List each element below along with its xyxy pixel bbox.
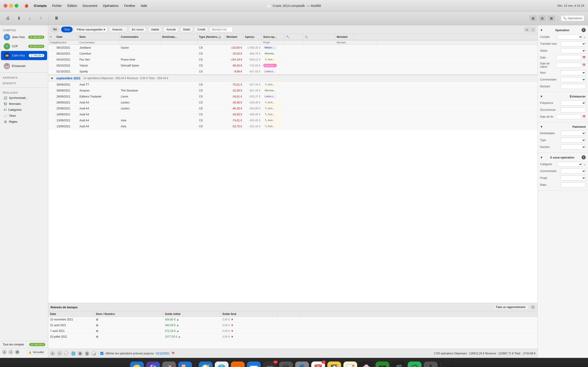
dock-contacts[interactable]: 👤 bbox=[295, 361, 309, 367]
tout-button[interactable]: Tout bbox=[61, 27, 73, 32]
montant-min-input[interactable] bbox=[210, 27, 233, 32]
frequence-select[interactable] bbox=[561, 100, 586, 106]
settings-button[interactable]: ⚙ bbox=[15, 350, 20, 355]
sidebar-item-ccp[interactable]: 💶 CCP 19 093,04 € bbox=[1, 42, 47, 51]
dock-games[interactable]: 🎮 11 bbox=[263, 361, 277, 367]
annule-button[interactable]: Annulé bbox=[163, 27, 179, 32]
add-sous-operation-button[interactable]: + bbox=[582, 155, 586, 159]
next-filter-button[interactable]: › bbox=[530, 27, 536, 32]
debit-button[interactable]: Débit bbox=[180, 27, 193, 32]
view-btn-2[interactable]: ⊟ bbox=[539, 15, 546, 21]
ratio-input[interactable] bbox=[561, 182, 586, 187]
dock-spotify[interactable]: 🎧 bbox=[408, 361, 422, 367]
transfert-select[interactable] bbox=[561, 41, 586, 46]
echeancier-section-header[interactable]: ▼ Échéancier bbox=[538, 94, 588, 100]
table-row[interactable]: 08/10/2021 Jardiland Gazon CB -130,60 € … bbox=[48, 45, 537, 51]
barcode-button[interactable]: ||| bbox=[85, 351, 90, 356]
date-calendar-icon[interactable]: 📅 bbox=[582, 56, 586, 59]
dock-photos[interactable]: 🌸 bbox=[359, 361, 373, 367]
statut-select[interactable] bbox=[561, 48, 586, 53]
table-row[interactable]: 30/09/2021 Audi TT CB -70,01 € -637,44 €… bbox=[48, 82, 537, 88]
projet-select[interactable] bbox=[561, 175, 586, 181]
dock-mail[interactable]: ✉️ bbox=[247, 361, 261, 367]
dock-games2[interactable]: 🕹 bbox=[424, 361, 438, 367]
categorie-select[interactable] bbox=[557, 162, 582, 167]
table-row[interactable]: 04/10/2021 Feu Vert Pneus hiver CB -194,… bbox=[48, 57, 537, 63]
menu-operations[interactable]: Opérations bbox=[101, 3, 121, 8]
dock-firefox[interactable]: 🦊 bbox=[231, 361, 245, 367]
dock-maps[interactable]: 🗺 bbox=[376, 361, 389, 367]
date-fin-calendar-icon[interactable]: 📅 bbox=[582, 115, 586, 118]
compte-select[interactable] bbox=[557, 34, 582, 40]
sidebar-item-titres[interactable]: 📈 Titres bbox=[1, 113, 47, 119]
fullscreen-button[interactable] bbox=[15, 4, 18, 8]
close-button[interactable] bbox=[4, 4, 7, 8]
table-row[interactable]: 03/10/2021 Yokool Dérivatif Sylvie CB -9… bbox=[48, 63, 537, 69]
paiement-section-header[interactable]: ▼ Paiement bbox=[538, 124, 588, 130]
graph-button[interactable]: 📊 bbox=[91, 351, 96, 356]
occurrences-input[interactable] bbox=[561, 107, 586, 112]
date-valeur-input[interactable] bbox=[556, 63, 581, 68]
commentaire-select[interactable] bbox=[561, 77, 586, 82]
dock-siri[interactable]: 🔮 bbox=[146, 361, 160, 367]
operation-section-header[interactable]: ▼ Opération + bbox=[538, 27, 588, 33]
dock-notes[interactable]: 📓 bbox=[327, 361, 341, 367]
menu-edition[interactable]: Édition bbox=[65, 3, 79, 8]
table-row[interactable]: 28/09/2021 Editions Tredaniel Livres CB … bbox=[48, 94, 537, 100]
montant-input[interactable] bbox=[561, 84, 586, 89]
sidebar-item-regles[interactable]: ⚙️ Règles bbox=[1, 119, 47, 125]
add-operation-button[interactable]: + bbox=[582, 28, 586, 32]
destinataire-select[interactable] bbox=[561, 131, 586, 136]
show-planned-checkbox[interactable] bbox=[100, 352, 103, 355]
advanced-button[interactable]: Avancé... bbox=[109, 27, 128, 32]
calculator-button[interactable]: 🖩 bbox=[52, 14, 61, 23]
numero-select[interactable] bbox=[561, 144, 586, 150]
sidebar-item-synchronisation[interactable]: 🔄 Synchronisati... bbox=[1, 95, 47, 101]
search-box[interactable]: 🔍 Opérations bbox=[561, 15, 584, 21]
date-valeur-calendar-icon[interactable]: 📅 bbox=[582, 64, 586, 67]
remove-account-button[interactable]: − bbox=[8, 350, 13, 355]
menu-aide[interactable]: Aide bbox=[138, 3, 149, 8]
dock-finder[interactable]: 🙂 bbox=[130, 361, 144, 367]
bank-table-row[interactable]: 31 août 2021 ⊞ 382,99 € ▲ 0,00 € ▼ bbox=[48, 323, 537, 328]
view-btn-3[interactable]: ⊠ bbox=[548, 15, 555, 21]
add-transaction-button[interactable]: + bbox=[50, 351, 55, 356]
sync-button[interactable]: ⬇ bbox=[15, 14, 23, 23]
date-fin-input[interactable] bbox=[556, 114, 581, 119]
type-select[interactable] bbox=[561, 138, 586, 143]
table-row[interactable]: 19/09/2021 Audi A4 CB -43,00 € -408,45 €… bbox=[48, 111, 537, 117]
table-row[interactable]: 28/09/2021 Audi A4 Leclerc CB -45,66 € -… bbox=[48, 100, 537, 106]
remove-transaction-button[interactable]: − bbox=[57, 351, 62, 356]
add-account-button[interactable]: + bbox=[2, 350, 7, 355]
table-row[interactable]: 30/09/2021 Amazon Thé Samahan CB -32,06 … bbox=[48, 88, 537, 94]
tri-button[interactable]: Tri bbox=[50, 27, 60, 32]
sous-commentaire-select[interactable] bbox=[561, 169, 586, 174]
export-button[interactable]: ↑ bbox=[37, 14, 45, 23]
sidebar-item-categories[interactable]: 🏷 Catégories bbox=[1, 107, 47, 113]
dock-bank[interactable]: 🏛 bbox=[279, 361, 293, 367]
dock-calendar[interactable]: 📅 12 bbox=[311, 361, 325, 367]
prev-filter-button[interactable]: ‹‹ bbox=[524, 27, 530, 32]
dock-stickies[interactable]: 📝 bbox=[343, 361, 357, 367]
sidebar-item-echeancier[interactable]: 📅 Échéancier bbox=[1, 61, 47, 71]
sidebar-item-monnaies[interactable]: 💱 Monnaies bbox=[1, 101, 47, 107]
table-row[interactable]: 13/09/2021 Audi A4 Avia CB -63,70 € -291… bbox=[48, 123, 537, 129]
dock-chrome[interactable]: 🌐 bbox=[215, 361, 229, 367]
sidebar-item-jean-yves[interactable]: JY Jean-Yves 16 348,46 € bbox=[1, 33, 47, 42]
credit-button[interactable]: Crédit bbox=[194, 27, 208, 32]
col-nom[interactable]: Nom bbox=[78, 34, 120, 40]
calendar-icon[interactable]: 📅 bbox=[171, 352, 175, 355]
bank-table-row[interactable]: 10 novembre 2021 ⊞ 454,80 € ▲ 0,00 € ▼ bbox=[48, 317, 537, 323]
lock-button[interactable]: 🔒 Verrouiller bbox=[26, 350, 46, 355]
menu-fichier[interactable]: Fichier bbox=[50, 3, 64, 8]
sous-operation-header[interactable]: ▼ 0 sous-opération + bbox=[538, 154, 588, 161]
table-row[interactable]: 01/10/2021 Spotify CB -9,99 € -647,43 € … bbox=[48, 69, 537, 75]
dock-launchpad[interactable]: 🚀 bbox=[162, 361, 176, 367]
import-button[interactable]: ↓ bbox=[26, 14, 34, 23]
menu-document[interactable]: Document bbox=[80, 3, 100, 8]
nom-select[interactable] bbox=[561, 70, 586, 75]
bank-remove-button[interactable]: − bbox=[531, 305, 535, 309]
dock-trash[interactable]: 🗑 bbox=[444, 361, 458, 367]
chart-toggle-button[interactable]: 📈 bbox=[64, 351, 69, 356]
dock-safari[interactable]: 🧭 bbox=[199, 361, 212, 367]
